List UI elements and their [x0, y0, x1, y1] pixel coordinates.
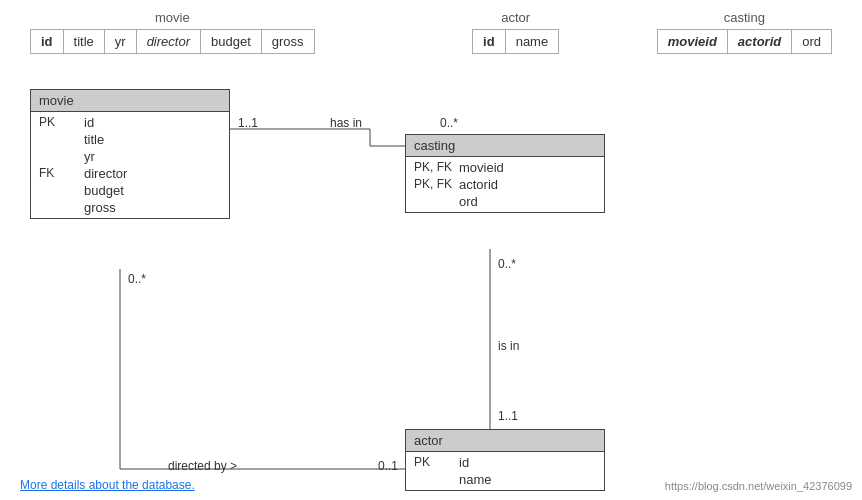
schema-actor-table: id name	[472, 29, 559, 54]
er-diagram: movie PK id title yr FK director budget	[0, 74, 862, 484]
schema-actor-name: name	[506, 30, 559, 53]
schema-area: movie id title yr director budget gross …	[0, 0, 862, 54]
er-entity-actor-row-name: name	[406, 471, 604, 488]
er-entity-movie: movie PK id title yr FK director budget	[30, 89, 230, 219]
schema-casting-table: movieid actorid ord	[657, 29, 832, 54]
er-entity-casting: casting PK, FK movieid PK, FK actorid or…	[405, 134, 605, 213]
er-entity-movie-body: PK id title yr FK director budget gros	[31, 112, 229, 218]
er-entity-movie-row-director: FK director	[31, 165, 229, 182]
label-casting-actor-from: 0..*	[498, 257, 516, 271]
er-entity-movie-row-title: title	[31, 131, 229, 148]
label-is-in: is in	[498, 339, 519, 353]
er-entity-movie-row-yr: yr	[31, 148, 229, 165]
schema-actor-id: id	[473, 30, 506, 53]
label-movie-casting-to: 0..*	[440, 116, 458, 130]
er-entity-actor-row-id: PK id	[406, 454, 604, 471]
schema-casting-label: casting	[724, 10, 765, 25]
label-casting-actor-to: 1..1	[498, 409, 518, 423]
footer-link[interactable]: More details about the database.	[20, 478, 195, 492]
footer-site: https://blog.csdn.net/weixin_42376099	[665, 480, 852, 492]
schema-movie-budget: budget	[201, 30, 262, 53]
schema-movie-label: movie	[155, 10, 190, 25]
er-entity-movie-row-gross: gross	[31, 199, 229, 216]
schema-movie-gross: gross	[262, 30, 314, 53]
schema-casting-movieid: movieid	[658, 30, 728, 53]
er-entity-actor: actor PK id name	[405, 429, 605, 491]
schema-movie-table: id title yr director budget gross	[30, 29, 315, 54]
label-directed-by: directed by >	[168, 459, 237, 473]
er-entity-movie-row-budget: budget	[31, 182, 229, 199]
label-movie-actor-from: 0..*	[128, 272, 146, 286]
schema-movie: movie id title yr director budget gross	[30, 10, 315, 54]
er-entity-casting-row-actorid: PK, FK actorid	[406, 176, 604, 193]
schema-actor: actor id name	[472, 10, 559, 54]
schema-actor-label: actor	[501, 10, 530, 25]
schema-casting-ord: ord	[792, 30, 831, 53]
er-entity-movie-row-id: PK id	[31, 114, 229, 131]
schema-movie-yr: yr	[105, 30, 137, 53]
label-has-in: has in	[330, 116, 362, 130]
er-entity-casting-row-movieid: PK, FK movieid	[406, 159, 604, 176]
er-entity-casting-header: casting	[406, 135, 604, 157]
schema-casting-actorid: actorid	[728, 30, 792, 53]
er-entity-actor-header: actor	[406, 430, 604, 452]
er-entity-movie-header: movie	[31, 90, 229, 112]
er-entity-casting-body: PK, FK movieid PK, FK actorid ord	[406, 157, 604, 212]
label-movie-casting-from: 1..1	[238, 116, 258, 130]
schema-movie-title: title	[64, 30, 105, 53]
er-entity-actor-body: PK id name	[406, 452, 604, 490]
schema-movie-director: director	[137, 30, 201, 53]
schema-casting: casting movieid actorid ord	[657, 10, 832, 54]
schema-movie-id: id	[31, 30, 64, 53]
er-entity-casting-row-ord: ord	[406, 193, 604, 210]
label-movie-actor-to: 0..1	[378, 459, 398, 473]
